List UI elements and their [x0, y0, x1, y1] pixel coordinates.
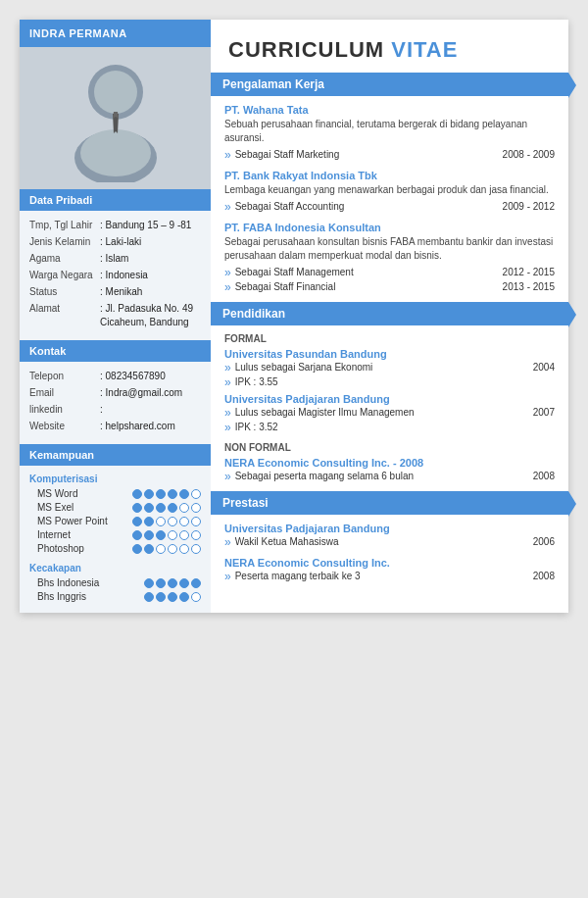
value-lahir: : Bandung 15 – 9 -81 — [100, 219, 201, 232]
prestasi2-entry1: » Peserta magang terbaik ke 3 2008 — [224, 571, 555, 583]
data-row-lahir: Tmp, Tgl Lahir : Bandung 15 – 9 -81 — [29, 219, 201, 232]
data-pribadi-header: Data Pribadi — [20, 189, 211, 211]
skill-name-bhs-indonesia: Bhs Indonesia — [37, 577, 99, 588]
bullet-icon: » — [224, 421, 231, 434]
job1-company: PT. Wahana Tata — [224, 104, 555, 116]
skill-photoshop: Photoshop — [29, 543, 201, 554]
svg-point-2 — [94, 71, 137, 114]
job3-item1-text: Sebagai Staff Management — [235, 267, 497, 277]
data-pribadi-section: Tmp, Tgl Lahir : Bandung 15 – 9 -81 Jeni… — [20, 211, 211, 340]
cv-page: INDRA PERMANA Data Pribadi Tmp, Tgl Lahi… — [20, 20, 568, 613]
bullet-icon: » — [224, 406, 231, 420]
edu2-item2: » IPK : 3.52 — [224, 422, 555, 434]
edu1-item2-text: IPK : 3.55 — [235, 376, 555, 387]
data-row-kelamin: Jenis Kelamin : Laki-laki — [29, 235, 201, 249]
label-email: Email — [29, 386, 100, 400]
pengalaman-header: Pengalaman Kerja — [211, 73, 568, 96]
right-column: CURRICULUM VITAE Pengalaman Kerja PT. Wa… — [211, 20, 568, 613]
skill-name-msexel: MS Exel — [37, 502, 74, 513]
skill-internet: Internet — [29, 529, 201, 540]
job1-item1-year: 2008 - 2009 — [503, 149, 555, 160]
dots-msppt — [132, 517, 201, 526]
value-linkedin: : — [100, 403, 201, 417]
label-telepon: Telepon — [29, 370, 100, 383]
cv-title-black: CURRICULUM — [228, 37, 391, 62]
kecakapan-label: Kecakapan — [29, 563, 201, 574]
data-row-alamat: Alamat : Jl. Padasuka No. 49 Cicaheum, B… — [29, 302, 201, 329]
data-row-negara: Warga Negara : Indonesia — [29, 269, 201, 282]
prestasi1-org: Universitas Padjajaran Bandung — [224, 523, 555, 534]
data-row-telepon: Telepon : 08234567890 — [29, 370, 201, 383]
data-row-website: Website : helpshared.com — [29, 420, 201, 433]
job2-company: PT. Bank Rakyat Indonsia Tbk — [224, 170, 555, 181]
non-formal-label: NON FORMAL — [224, 442, 555, 453]
bullet-icon: » — [224, 375, 231, 389]
skill-bhs-inggris: Bhs Inggris — [29, 591, 201, 602]
label-agama: Agama — [29, 252, 100, 266]
job2-item1-text: Sebagai Staff Accounting — [235, 201, 497, 212]
value-email: : Indra@gmail.com — [100, 386, 201, 400]
job3-item2: » Sebagai Staff Financial 2013 - 2015 — [224, 281, 555, 294]
job1-item1-text: Sebagai Staff Marketing — [235, 149, 497, 160]
label-kelamin: Jenis Kelamin — [29, 235, 100, 249]
cv-title-blue: VITAE — [391, 37, 458, 62]
job3-desc: Sebagai perusahaan konsultan bisnis FABA… — [224, 235, 555, 263]
value-website: : helpshared.com — [100, 420, 201, 433]
cv-title: CURRICULUM VITAE — [211, 20, 568, 73]
label-lahir: Tmp, Tgl Lahir — [29, 219, 100, 232]
skill-name-msword: MS Word — [37, 488, 78, 499]
komputerisasi-label: Komputerisasi — [29, 474, 201, 484]
label-status: Status — [29, 285, 100, 299]
value-negara: : Indonesia — [100, 269, 201, 282]
prestasi-header: Prestasi — [211, 491, 568, 515]
job1-desc: Sebuah perusahaan financial, terutama be… — [224, 118, 555, 145]
kemampuan-header: Kemampuan — [20, 444, 211, 466]
dots-photoshop — [132, 544, 201, 554]
dots-msword — [132, 489, 201, 499]
bullet-icon: » — [224, 266, 231, 279]
job2-item1: » Sebagai Staff Accounting 2009 - 2012 — [224, 201, 555, 214]
bullet-icon: » — [224, 535, 231, 549]
edu1-item1: » Lulus sebagai Sarjana Ekonomi 2004 — [224, 362, 555, 374]
dots-bhs-indonesia — [144, 578, 201, 588]
prestasi1-entry1: » Wakil Ketua Mahasiswa 2006 — [224, 536, 555, 549]
edu2-item1: » Lulus sebagai Magister Ilmu Managemen … — [224, 407, 555, 420]
prestasi1-entry1-year: 2006 — [533, 536, 555, 547]
kontak-section: Telepon : 08234567890 Email : Indra@gmai… — [20, 362, 211, 444]
formal-label: FORMAL — [224, 333, 555, 344]
edu1-item2: » IPK : 3.55 — [224, 376, 555, 389]
nonformal1-name: NERA Economic Consulting Inc. - 2008 — [224, 457, 555, 469]
skill-msppt: MS Power Point — [29, 516, 201, 526]
skill-msword: MS Word — [29, 488, 201, 499]
dots-internet — [132, 530, 201, 540]
nonformal1-item1: » Sebagai peserta magang selama 6 bulan … — [224, 471, 555, 483]
prestasi-section: Universitas Padjajaran Bandung » Wakil K… — [211, 515, 568, 591]
kemampuan-section: Komputerisasi MS Word MS Exel MS Power P… — [20, 466, 211, 613]
skill-bhs-indonesia: Bhs Indonesia — [29, 577, 201, 588]
label-website: Website — [29, 420, 100, 433]
bullet-icon: » — [224, 280, 231, 294]
value-alamat: : Jl. Padasuka No. 49 Cicaheum, Bandung — [100, 302, 201, 329]
job3-item1: » Sebagai Staff Management 2012 - 2015 — [224, 267, 555, 279]
value-agama: : Islam — [100, 252, 201, 266]
edu2-item1-text: Lulus sebagai Magister Ilmu Managemen — [235, 407, 527, 418]
nonformal1-item1-year: 2008 — [533, 471, 555, 481]
prestasi2-entry1-text: Peserta magang terbaik ke 3 — [235, 571, 527, 581]
label-negara: Warga Negara — [29, 269, 100, 282]
label-linkedin: linkedin — [29, 403, 100, 417]
label-alamat: Alamat — [29, 302, 100, 329]
nonformal1-item1-text: Sebagai peserta magang selama 6 bulan — [235, 471, 527, 481]
prestasi2-org: NERA Economic Consulting Inc. — [224, 557, 555, 569]
data-row-email: Email : Indra@gmail.com — [29, 386, 201, 400]
job3-item2-text: Sebagai Staff Financial — [235, 281, 497, 292]
dots-bhs-inggris — [144, 592, 201, 602]
edu1-name: Universitas Pasundan Bandung — [224, 348, 555, 360]
job1-item1: » Sebagai Staff Marketing 2008 - 2009 — [224, 149, 555, 162]
job3-item2-year: 2013 - 2015 — [503, 281, 555, 292]
skill-name-bhs-inggris: Bhs Inggris — [37, 591, 86, 602]
edu2-item2-text: IPK : 3.52 — [235, 422, 555, 432]
pendidikan-section: FORMAL Universitas Pasundan Bandung » Lu… — [211, 325, 568, 491]
data-row-linkedin: linkedin : — [29, 403, 201, 417]
bullet-icon: » — [224, 570, 231, 583]
skill-name-msppt: MS Power Point — [37, 516, 108, 526]
